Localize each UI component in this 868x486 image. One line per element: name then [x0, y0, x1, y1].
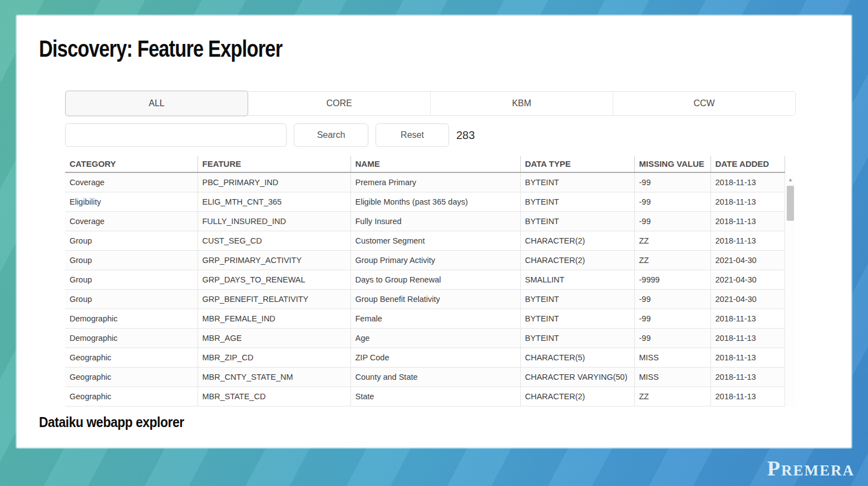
column-header-category[interactable]: CATEGORY [65, 156, 198, 172]
premera-logo: Premera [767, 456, 855, 480]
table-cell: Geographic [65, 348, 198, 367]
slide-background: Discovery: Feature Explorer ALL CORE KBM… [0, 0, 868, 486]
table-cell: 2021-04-30 [711, 270, 785, 289]
tab-all[interactable]: ALL [65, 91, 248, 116]
table-cell: PBC_PRIMARY_IND [198, 172, 351, 192]
content-card: Discovery: Feature Explorer ALL CORE KBM… [17, 16, 851, 448]
table-cell: MBR_AGE [198, 328, 351, 348]
table-cell: 2018-11-13 [711, 172, 785, 192]
table-cell: -99 [634, 172, 711, 192]
table-cell: County and State [351, 367, 520, 386]
scroll-up-icon[interactable]: ▲ [786, 176, 795, 184]
column-header-date-added[interactable]: DATE ADDED [711, 156, 785, 172]
search-button[interactable]: Search [294, 123, 368, 147]
table-cell: CHARACTER(2) [520, 250, 634, 270]
result-count: 283 [456, 123, 475, 147]
feature-table-container: CATEGORY FEATURE NAME DATA TYPE MISSING … [65, 156, 796, 407]
table-cell: -9999 [634, 270, 711, 289]
table-cell: Geographic [65, 386, 198, 406]
table-cell: Group [65, 289, 198, 309]
table-row[interactable]: GroupGRP_BENEFIT_RELATIVITYGroup Benefit… [65, 289, 785, 309]
table-cell: MBR_CNTY_STATE_NM [198, 367, 351, 386]
table-cell: GRP_DAYS_TO_RENEWAL [198, 270, 351, 289]
table-cell: Eligibility [65, 192, 198, 211]
table-cell: CHARACTER(2) [520, 386, 634, 406]
table-cell: MBR_ZIP_CD [198, 348, 351, 367]
table-cell: BYTEINT [520, 211, 634, 231]
tab-kbm[interactable]: KBM [431, 92, 613, 115]
table-cell: ELIG_MTH_CNT_365 [198, 192, 351, 211]
scrollbar-thumb[interactable] [787, 186, 794, 221]
table-cell: FULLY_INSURED_IND [198, 211, 351, 231]
table-cell: GRP_PRIMARY_ACTIVITY [198, 250, 351, 270]
table-row[interactable]: EligibilityELIG_MTH_CNT_365Eligible Mont… [65, 192, 785, 211]
table-cell: Customer Segment [351, 231, 520, 250]
table-cell: BYTEINT [520, 192, 634, 211]
table-cell: Geographic [65, 367, 198, 386]
table-row[interactable]: GeographicMBR_STATE_CDStateCHARACTER(2)Z… [65, 386, 785, 406]
search-row: Search Reset 283 [65, 123, 796, 147]
reset-button[interactable]: Reset [376, 123, 449, 147]
table-cell: 2021-04-30 [711, 289, 785, 309]
table-cell: 2018-11-13 [711, 328, 785, 348]
table-cell: Fully Insured [351, 211, 520, 231]
table-cell: MBR_STATE_CD [198, 386, 351, 406]
table-cell: -99 [634, 289, 711, 309]
tab-core[interactable]: CORE [248, 92, 431, 115]
table-cell: ZZ [634, 386, 711, 406]
table-row[interactable]: DemographicMBR_AGEAgeBYTEINT-992018-11-1… [65, 328, 785, 348]
table-cell: Demographic [65, 309, 198, 328]
table-row[interactable]: DemographicMBR_FEMALE_INDFemaleBYTEINT-9… [65, 309, 785, 328]
table-body: CoveragePBC_PRIMARY_INDPremera PrimaryBY… [65, 172, 785, 406]
table-cell: MISS [634, 348, 711, 367]
table-cell: CHARACTER(2) [520, 231, 634, 250]
table-cell: -99 [634, 192, 711, 211]
table-cell: State [351, 386, 520, 406]
table-row[interactable]: CoverageFULLY_INSURED_INDFully InsuredBY… [65, 211, 785, 231]
column-header-missing-value[interactable]: MISSING VALUE [634, 156, 711, 172]
column-header-feature[interactable]: FEATURE [198, 156, 351, 172]
column-header-data-type[interactable]: DATA TYPE [520, 156, 634, 172]
table-cell: MISS [634, 367, 711, 386]
table-cell: BYTEINT [520, 172, 634, 192]
table-row[interactable]: GroupGRP_DAYS_TO_RENEWALDays to Group Re… [65, 270, 785, 289]
table-cell: 2018-11-13 [711, 367, 785, 386]
table-cell: Demographic [65, 328, 198, 348]
table-cell: BYTEINT [520, 328, 634, 348]
table-cell: Eligible Months (past 365 days) [351, 192, 520, 211]
table-cell: Group Benefit Relativity [351, 289, 520, 309]
table-scrollbar[interactable]: ▲ [786, 175, 795, 406]
column-header-name[interactable]: NAME [351, 156, 520, 172]
table-cell: -99 [634, 211, 711, 231]
table-cell: 2018-11-13 [711, 231, 785, 250]
page-title: Discovery: Feature Explorer [39, 36, 282, 62]
table-cell: Premera Primary [351, 172, 520, 192]
table-row[interactable]: GroupGRP_PRIMARY_ACTIVITYGroup Primary A… [65, 250, 785, 270]
table-cell: 2018-11-13 [711, 192, 785, 211]
table-cell: -99 [634, 328, 711, 348]
table-row[interactable]: GroupCUST_SEG_CDCustomer SegmentCHARACTE… [65, 231, 785, 250]
table-cell: Days to Group Renewal [351, 270, 520, 289]
table-cell: Coverage [65, 211, 198, 231]
table-cell: ZZ [634, 231, 711, 250]
table-row[interactable]: GeographicMBR_CNTY_STATE_NMCounty and St… [65, 367, 785, 386]
table-cell: 2018-11-13 [711, 386, 785, 406]
table-cell: Group Primary Activity [351, 250, 520, 270]
table-cell: -99 [634, 309, 711, 328]
search-input[interactable] [65, 123, 287, 147]
table-cell: Group [65, 270, 198, 289]
table-cell: CUST_SEG_CD [198, 231, 351, 250]
tab-ccw[interactable]: CCW [613, 92, 795, 115]
table-row[interactable]: CoveragePBC_PRIMARY_INDPremera PrimaryBY… [65, 172, 785, 192]
table-cell: GRP_BENEFIT_RELATIVITY [198, 289, 351, 309]
table-cell: 2018-11-13 [711, 348, 785, 367]
table-cell: Age [351, 328, 520, 348]
table-cell: Group [65, 231, 198, 250]
table-row[interactable]: GeographicMBR_ZIP_CDZIP CodeCHARACTER(5)… [65, 348, 785, 367]
feature-table: CATEGORY FEATURE NAME DATA TYPE MISSING … [65, 156, 785, 406]
tab-bar: ALL CORE KBM CCW [65, 91, 796, 116]
table-cell: CHARACTER(5) [520, 348, 634, 367]
table-cell: CHARACTER VARYING(50) [520, 367, 634, 386]
table-cell: ZZ [634, 250, 711, 270]
table-cell: 2021-04-30 [711, 250, 785, 270]
